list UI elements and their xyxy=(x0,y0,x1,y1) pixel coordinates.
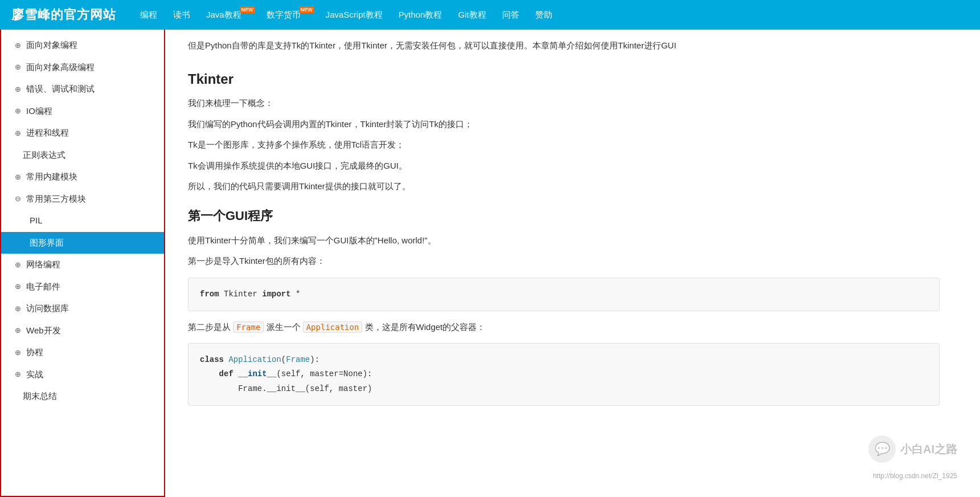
code-line3: Frame.__init__(self, master) xyxy=(200,382,928,396)
section-tkinter-heading: Tkinter xyxy=(188,71,940,87)
sidebar-item-builtins[interactable]: ⊕ 常用内建模块 xyxy=(1,166,164,188)
nav-item-js[interactable]: JavaScript教程 xyxy=(319,6,389,24)
para4: Tk会调用操作系统提供的本地GUI接口，完成最终的GUI。 xyxy=(188,158,940,174)
code-star: * xyxy=(296,290,300,299)
plus-icon: ⊕ xyxy=(13,347,23,359)
nav-item-java[interactable]: Java教程 NEW xyxy=(199,6,257,24)
plus-icon: ⊕ xyxy=(13,105,23,117)
frame-code: Frame xyxy=(233,321,264,333)
para1: 我们来梳理一下概念： xyxy=(188,95,940,112)
para8: 第二步是从 Frame 派生一个 Application 类，这是所有Widge… xyxy=(188,319,940,336)
sidebar-item-practice[interactable]: ⊕ 实战 xyxy=(1,364,164,386)
plus-icon: ⊕ xyxy=(13,84,23,95)
sidebar-item-io[interactable]: ⊕ IO编程 xyxy=(1,100,164,123)
sidebar-item-db[interactable]: ⊕ 访问数据库 xyxy=(1,298,164,320)
nav-item-qa[interactable]: 问答 xyxy=(495,6,526,24)
para8-prefix: 第二步是从 xyxy=(188,322,231,332)
code-from-kw: from xyxy=(200,290,219,299)
code-import-kw: import xyxy=(262,290,290,299)
nav-item-biancheng[interactable]: 编程 xyxy=(133,6,164,24)
java-badge: NEW xyxy=(240,6,255,13)
sidebar-item-web[interactable]: ⊕ Web开发 xyxy=(1,320,164,342)
para8-mid: 派生一个 xyxy=(266,322,301,332)
nav-menu: 编程 读书 Java教程 NEW 数字货币 NEW JavaScript教程 P… xyxy=(133,6,559,24)
section-gui-heading: 第一个GUI程序 xyxy=(188,207,940,225)
para6: 使用Tkinter十分简单，我们来编写一个GUI版本的"Hello, world… xyxy=(188,233,940,249)
sidebar: ⊕ 面向对象编程 ⊕ 面向对象高级编程 ⊕ 错误、调试和测试 ⊕ IO编程 ⊕ … xyxy=(0,30,165,497)
plus-icon: ⊕ xyxy=(13,303,23,315)
code-line1: class Application(Frame): xyxy=(200,353,928,367)
code-tkinter-name: Tkinter xyxy=(224,290,262,299)
code-line2: def __init__(self, master=None): xyxy=(200,367,928,381)
plus-icon: ⊕ xyxy=(13,281,23,292)
sidebar-item-email[interactable]: ⊕ 电子邮件 xyxy=(1,276,164,298)
code-block-class: class Application(Frame): def __init__(s… xyxy=(188,343,940,406)
sidebar-item-network[interactable]: ⊕ 网络编程 xyxy=(1,254,164,276)
plus-icon: ⊕ xyxy=(13,325,23,336)
application-code: Application xyxy=(303,321,363,333)
sidebar-item-thirdparty[interactable]: ⊖ 常用第三方模块 xyxy=(1,188,164,210)
sidebar-item-summary[interactable]: 期末总结 xyxy=(1,385,164,408)
sidebar-item-regex[interactable]: 正则表达式 xyxy=(1,144,164,166)
navbar: 廖雪峰的官方网站 编程 读书 Java教程 NEW 数字货币 NEW JavaS… xyxy=(0,0,980,30)
para5: 所以，我们的代码只需要调用Tkinter提供的接口就可以了。 xyxy=(188,178,940,195)
nav-item-python[interactable]: Python教程 xyxy=(392,6,449,24)
plus-icon: ⊕ xyxy=(13,369,23,380)
plus-icon: ⊕ xyxy=(13,40,23,51)
page-layout: ⊕ 面向对象编程 ⊕ 面向对象高级编程 ⊕ 错误、调试和测试 ⊕ IO编程 ⊕ … xyxy=(0,30,980,497)
para2: 我们编写的Python代码会调用内置的Tkinter，Tkinter封装了访问T… xyxy=(188,116,940,133)
para7: 第一步是导入Tkinter包的所有内容： xyxy=(188,253,940,270)
sidebar-item-error[interactable]: ⊕ 错误、调试和测试 xyxy=(1,78,164,100)
main-content: 但是Python自带的库是支持Tk的Tkinter，使用Tkinter，无需安装… xyxy=(165,30,962,497)
sidebar-item-pil[interactable]: PIL xyxy=(1,210,164,232)
para8-suffix: 类，这是所有Widget的父容器： xyxy=(365,322,486,332)
plus-icon: ⊕ xyxy=(13,172,23,183)
sidebar-item-oop-adv[interactable]: ⊕ 面向对象高级编程 xyxy=(1,56,164,79)
brand[interactable]: 廖雪峰的官方网站 xyxy=(11,6,116,23)
plus-icon: ⊕ xyxy=(13,62,23,73)
nav-item-sponsor[interactable]: 赞助 xyxy=(528,6,559,24)
nav-item-dushu[interactable]: 读书 xyxy=(166,6,197,24)
sidebar-item-gui[interactable]: 图形界面 xyxy=(1,232,164,254)
plus-icon: ⊕ xyxy=(13,128,23,139)
plus-icon: ⊕ xyxy=(13,259,23,271)
para3: Tk是一个图形库，支持多个操作系统，使用Tcl语言开发； xyxy=(188,137,940,153)
nav-item-git[interactable]: Git教程 xyxy=(451,6,493,24)
sidebar-item-oop[interactable]: ⊕ 面向对象编程 xyxy=(1,34,164,56)
minus-icon: ⊖ xyxy=(13,193,23,205)
sidebar-item-coroutine[interactable]: ⊕ 协程 xyxy=(1,341,164,364)
crypto-badge: NEW xyxy=(299,6,314,13)
intro-paragraph: 但是Python自带的库是支持Tk的Tkinter，使用Tkinter，无需安装… xyxy=(188,30,940,59)
nav-item-crypto[interactable]: 数字货币 NEW xyxy=(260,6,317,24)
sidebar-item-process[interactable]: ⊕ 进程和线程 xyxy=(1,122,164,144)
code-block-import: from Tkinter import * xyxy=(188,278,940,311)
